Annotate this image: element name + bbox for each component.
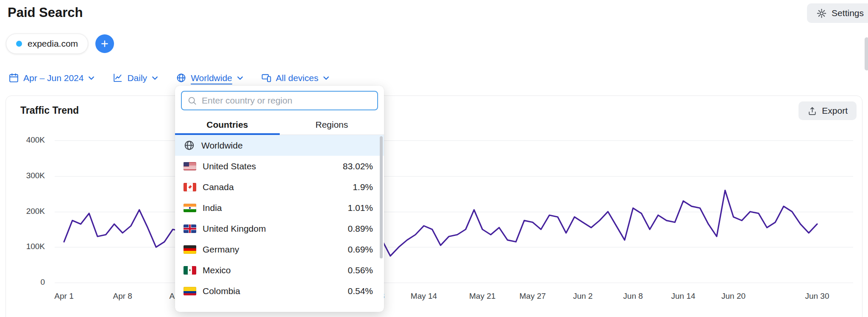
country-row[interactable]: Worldwide — [175, 135, 384, 156]
filter-granularity[interactable]: Daily — [112, 73, 158, 83]
location-dropdown: CountriesRegions WorldwideUnited States8… — [175, 86, 384, 312]
card-title: Traffic Trend — [20, 105, 79, 116]
devices-icon — [261, 73, 272, 83]
calendar-icon — [8, 73, 19, 83]
line-chart-icon — [112, 73, 123, 83]
filter-row: Apr – Jun 2024DailyWorldwideAll devices — [8, 73, 329, 83]
country-search[interactable] — [181, 91, 378, 110]
flag-ca — [184, 183, 196, 191]
filter-label: Apr – Jun 2024 — [23, 73, 83, 83]
country-share: 1.01% — [348, 203, 373, 213]
globe-icon — [176, 73, 186, 83]
filter-devices[interactable]: All devices — [261, 73, 329, 83]
plus-icon — [100, 39, 110, 49]
tab-label: Regions — [315, 120, 348, 130]
country-row[interactable]: Mexico0.56% — [175, 260, 384, 281]
tab-label: Countries — [206, 120, 248, 130]
country-row[interactable]: Canada1.9% — [175, 177, 384, 197]
dropdown-scrollbar[interactable] — [380, 136, 383, 258]
settings-label: Settings — [832, 8, 864, 18]
filter-label: Daily — [127, 73, 147, 83]
filter-label: Worldwide — [191, 73, 232, 83]
flag-us — [184, 162, 196, 171]
page-title: Paid Search — [8, 5, 83, 20]
country-row[interactable]: United Kingdom0.89% — [175, 218, 384, 239]
country-row[interactable]: India1.01% — [175, 197, 384, 218]
filter-date-range[interactable]: Apr – Jun 2024 — [8, 73, 95, 83]
flag-in — [184, 204, 196, 212]
flag-de — [184, 245, 196, 254]
dropdown-tabs: CountriesRegions — [175, 115, 384, 135]
filter-location[interactable]: Worldwide — [176, 73, 243, 83]
country-row[interactable]: Colombia0.54% — [175, 281, 384, 301]
domain-chip-row: expedia.com — [6, 34, 114, 54]
country-name: United States — [203, 161, 256, 171]
chart-area: 400K300K200K100K0Apr 1Apr 8Apr 15Apr 22A… — [6, 138, 863, 317]
gear-icon — [816, 8, 827, 19]
country-share: 0.89% — [348, 224, 373, 234]
globe-icon — [184, 140, 195, 151]
traffic-trend-line — [6, 138, 863, 317]
country-row[interactable]: United States83.02% — [175, 156, 384, 177]
domain-chip[interactable]: expedia.com — [6, 34, 88, 54]
country-row[interactable]: Germany0.69% — [175, 239, 384, 260]
country-name: Germany — [203, 244, 239, 255]
add-domain-button[interactable] — [95, 34, 114, 53]
chevron-down-icon — [152, 76, 158, 80]
domain-label: expedia.com — [28, 39, 78, 49]
domain-color-dot — [16, 41, 22, 47]
search-icon — [188, 96, 197, 105]
tab-countries[interactable]: Countries — [175, 115, 280, 135]
traffic-trend-card: Traffic Trend Export 400K300K200K100K0Ap… — [6, 95, 862, 317]
chevron-down-icon — [88, 76, 95, 80]
export-icon — [807, 106, 817, 116]
country-name: Worldwide — [201, 140, 243, 151]
country-name: India — [203, 203, 222, 213]
settings-button[interactable]: Settings — [807, 3, 868, 23]
flag-co — [184, 287, 196, 295]
flag-mx — [184, 266, 196, 275]
country-name: United Kingdom — [203, 224, 266, 234]
country-share: 0.56% — [348, 265, 373, 275]
country-name: Mexico — [203, 265, 231, 275]
page-scrollbar[interactable] — [865, 37, 868, 70]
country-share: 0.69% — [348, 244, 373, 255]
country-search-input[interactable] — [202, 95, 371, 106]
country-share: 1.9% — [353, 182, 373, 192]
tab-regions[interactable]: Regions — [280, 115, 384, 135]
chevron-down-icon — [237, 76, 243, 80]
country-share: 0.54% — [348, 286, 373, 296]
country-name: Canada — [203, 182, 234, 192]
export-label: Export — [822, 106, 848, 116]
flag-gb — [184, 224, 196, 233]
filter-label: All devices — [276, 73, 318, 83]
country-share: 83.02% — [343, 161, 373, 171]
chevron-down-icon — [323, 76, 329, 80]
country-list: WorldwideUnited States83.02%Canada1.9%In… — [175, 135, 384, 301]
country-name: Colombia — [203, 286, 240, 296]
export-button[interactable]: Export — [798, 101, 857, 120]
